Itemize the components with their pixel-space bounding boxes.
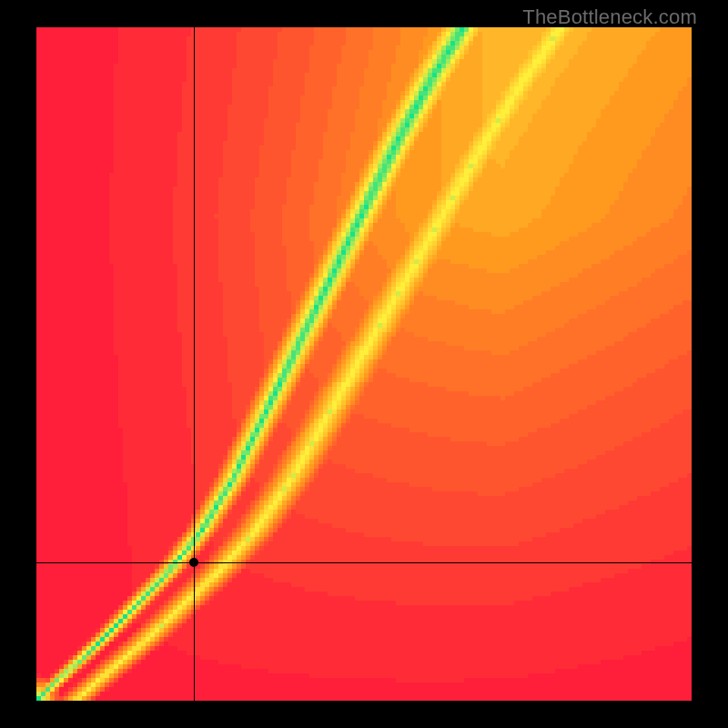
crosshair-vertical [194,27,195,701]
data-point-marker [189,558,198,567]
watermark-text: TheBottleneck.com [522,5,697,29]
plot-area [36,27,692,701]
chart-frame: TheBottleneck.com [0,0,728,728]
crosshair-horizontal [36,562,692,563]
heatmap-canvas [36,27,692,701]
